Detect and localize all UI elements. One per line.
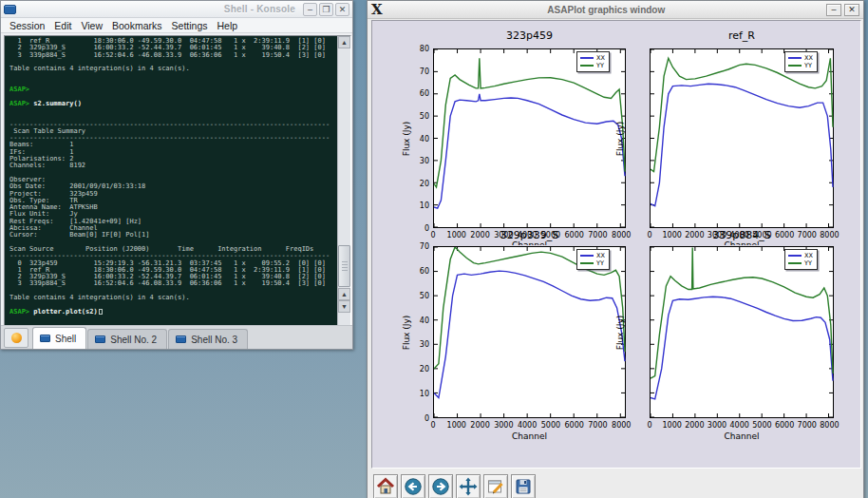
legend-line-sample — [580, 255, 594, 257]
x-tick-label: 8000 — [606, 231, 636, 239]
x-tick-label: 8000 — [606, 421, 636, 430]
scroll-down-icon[interactable]: ▼ — [338, 300, 350, 313]
pan-button[interactable] — [456, 474, 481, 498]
axes-ref_R[interactable] — [650, 48, 834, 228]
tab-label: Shell No. 2 — [110, 335, 157, 345]
legend-entry: YY — [580, 259, 605, 267]
y-tick-label: 0 — [410, 224, 429, 233]
ylabel: Flux (Jy) — [615, 315, 625, 350]
save-icon — [514, 477, 533, 496]
y-tick-label: 60 — [410, 89, 429, 98]
back-button[interactable] — [401, 474, 425, 498]
tab-label: Shell No. 3 — [191, 335, 237, 345]
legend-entry: XX — [788, 252, 813, 259]
tab-shell-2[interactable]: Shell No. 2 — [87, 329, 167, 349]
menu-edit[interactable]: Edit — [49, 20, 76, 31]
axes-329p339_S[interactable] — [433, 246, 626, 418]
legend-entry: YY — [788, 259, 813, 267]
y-tick-label: 30 — [410, 157, 429, 165]
xlabel: Channel — [713, 431, 770, 441]
terminal-scrollbar[interactable]: ▲ ▲ ▼ — [337, 36, 350, 325]
legend-label: YY — [804, 62, 812, 69]
plot-area — [434, 247, 627, 419]
close-button[interactable]: ✕ — [335, 3, 349, 16]
y-tick-label: 80 — [410, 45, 429, 53]
forward-button[interactable] — [428, 474, 453, 498]
series-YY — [434, 58, 625, 187]
home-icon — [376, 477, 395, 496]
menu-view[interactable]: View — [76, 20, 107, 31]
plot-titlebar[interactable]: X ASAPlot graphics window – ✕ — [368, 1, 863, 19]
minimize-button[interactable]: – — [303, 3, 317, 16]
legend: XXYY — [576, 51, 610, 72]
konsole-titlebar[interactable]: Shell - Konsole – ❐ ✕ — [1, 1, 352, 18]
y-tick-label: 0 — [410, 414, 429, 423]
zoom-rect-button[interactable] — [483, 474, 508, 498]
legend-label: XX — [596, 252, 605, 259]
legend-label: YY — [804, 259, 812, 267]
scroll-up2-icon[interactable]: ▲ — [338, 288, 350, 300]
subplot-title: 329p339_S — [473, 229, 587, 241]
konsole-menubar: Session Edit View Bookmarks Settings Hel… — [1, 18, 352, 33]
figure-canvas[interactable]: 0100020003000400050006000700080000102030… — [371, 20, 861, 469]
y-tick-label: 50 — [410, 112, 429, 121]
legend-line-sample — [788, 262, 802, 264]
legend-line-sample — [580, 65, 594, 67]
new-session-button[interactable] — [4, 328, 28, 348]
y-tick-label: 40 — [410, 316, 429, 325]
plot-window-title: ASAPlot graphics window — [387, 5, 826, 15]
scrollbar-thumb[interactable] — [338, 245, 350, 287]
axes-323p459[interactable] — [433, 48, 626, 228]
y-tick-label: 40 — [410, 135, 429, 144]
xlabel: Channel — [501, 431, 558, 441]
series-XX — [651, 297, 833, 399]
terminal-icon — [176, 335, 186, 343]
pan-icon — [459, 477, 478, 496]
menu-bookmarks[interactable]: Bookmarks — [107, 20, 167, 31]
home-button[interactable] — [373, 474, 398, 498]
forward-icon — [431, 477, 450, 496]
legend-label: XX — [804, 54, 813, 62]
x11-icon: X — [371, 3, 383, 17]
legend-entry: YY — [788, 62, 813, 69]
legend-entry: XX — [580, 252, 605, 259]
legend-label: YY — [596, 62, 604, 69]
x-tick-label: 8000 — [814, 231, 844, 239]
x-tick-label: 8000 — [814, 421, 844, 430]
ylabel: Flux (Jy) — [402, 315, 411, 350]
desktop: { "konsole": { "title": "Shell - Konsole… — [0, 0, 868, 498]
tab-shell-3[interactable]: Shell No. 3 — [168, 329, 248, 349]
tab-shell[interactable]: Shell — [32, 327, 86, 349]
terminal[interactable]: 1 ref_R 18:30:06.0 -49.59.30.0 04:47:58 … — [4, 35, 351, 326]
legend-entry: YY — [580, 62, 605, 69]
konsole-tabbar: Shell Shell No. 2 Shell No. 3 — [1, 325, 352, 349]
menu-settings[interactable]: Settings — [167, 20, 213, 31]
legend-line-sample — [788, 255, 802, 257]
plot-area — [651, 247, 835, 419]
konsole-window-title: Shell - Konsole — [224, 4, 295, 14]
subplot-title: 323p459 — [473, 29, 587, 42]
ylabel: Flux (Jy) — [615, 121, 625, 156]
menu-session[interactable]: Session — [5, 20, 49, 31]
series-YY — [651, 58, 833, 171]
series-XX — [434, 271, 625, 397]
legend: XXYY — [576, 249, 610, 270]
series-XX — [651, 84, 833, 206]
subplot-title: ref_R — [685, 29, 799, 42]
y-tick-label: 60 — [410, 267, 429, 276]
maximize-button[interactable]: ❐ — [319, 3, 333, 16]
y-tick-label: 50 — [410, 292, 429, 300]
terminal-icon — [40, 335, 50, 342]
y-tick-label: 70 — [410, 67, 429, 76]
scroll-up-icon[interactable]: ▲ — [338, 36, 350, 48]
legend-entry: XX — [580, 54, 605, 62]
save-button[interactable] — [511, 474, 536, 498]
y-tick-label: 70 — [410, 242, 429, 251]
plot-close-button[interactable]: ✕ — [844, 4, 859, 16]
back-icon — [404, 477, 423, 496]
menu-help[interactable]: Help — [213, 20, 243, 31]
plot-minimize-button[interactable]: – — [826, 4, 841, 16]
axes-339p884_S[interactable] — [650, 246, 834, 418]
legend-line-sample — [788, 57, 802, 59]
series-XX — [434, 94, 625, 208]
